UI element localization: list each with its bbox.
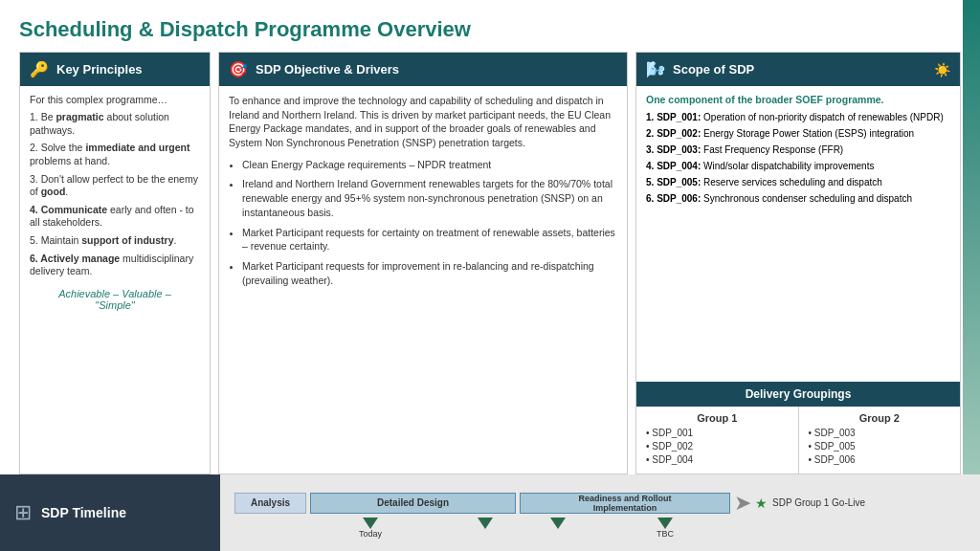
- list-item: 2. SDP_002: Energy Storage Power Station…: [646, 127, 950, 140]
- tbc-marker: TBC: [657, 518, 674, 539]
- timeline-arrow: ➤: [734, 491, 751, 516]
- sdp-objective-header: 🎯 SDP Objective & Drivers: [219, 53, 627, 86]
- key-principles-header: 🔑 Key Principles: [20, 53, 210, 86]
- delivery-groupings: Delivery Groupings Group 1 SDP_001 SDP_0…: [636, 382, 960, 474]
- grid-icon: ⊞: [14, 500, 32, 525]
- key-principles-tagline: Achievable – Valuable –"Simple": [30, 288, 200, 311]
- list-item: SDP_004: [646, 454, 789, 465]
- wind-icon: 🌬️: [646, 60, 665, 78]
- sdp-objective-panel: 🎯 SDP Objective & Drivers To enhance and…: [218, 52, 628, 474]
- list-item: 6. Actively manage multidisciplinary del…: [30, 253, 200, 278]
- group1-label: Group 1: [646, 412, 789, 424]
- group2-label: Group 2: [809, 412, 951, 424]
- scope-panel: 🌬️ Scope of SDP ☀️ One component of the …: [635, 52, 961, 474]
- list-item: 5. SDP_005: Reserve services scheduling …: [646, 176, 950, 188]
- scope-subtitle: One component of the broader SOEF progra…: [646, 94, 950, 105]
- delivery-group1: Group 1 SDP_001 SDP_002 SDP_004: [636, 407, 798, 474]
- analysis-bar: Analysis: [234, 493, 306, 514]
- sun-icon: ☀️: [934, 62, 950, 77]
- list-item: 3. Don't allow perfect to be the enemy o…: [30, 173, 200, 199]
- list-item: 5. Maintain support of industry.: [30, 234, 200, 248]
- delivery-group2: Group 2 SDP_003 SDP_005 SDP_006: [799, 407, 961, 474]
- readiness-bar: Readiness and Rollout Implementation: [520, 493, 730, 514]
- list-item: SDP_005: [809, 441, 951, 452]
- milestone-marker-1: [478, 518, 493, 529]
- list-item: 1. Be pragmatic about solution pathways.: [30, 111, 200, 137]
- page-title: Scheduling & Dispatch Programme Overview: [19, 17, 961, 42]
- go-live-label: ★ SDP Group 1 Go-Live: [755, 496, 865, 511]
- scope-list: 1. SDP_001: Operation of non-priority di…: [646, 111, 950, 205]
- timeline-title: SDP Timeline: [41, 505, 126, 520]
- list-item: 6. SDP_006: Synchronous condenser schedu…: [646, 192, 950, 205]
- list-item: 4. SDP_004: Wind/solar dispatchability i…: [646, 160, 950, 172]
- milestone-marker-2: [550, 518, 566, 529]
- target-icon: 🎯: [229, 60, 248, 78]
- scope-header: 🌬️ Scope of SDP ☀️: [636, 53, 960, 86]
- key-principles-body: For this complex programme… 1. Be pragma…: [20, 86, 210, 474]
- list-item: Clean Energy Package requirements – NPDR…: [242, 158, 617, 172]
- list-item: SDP_002: [646, 441, 789, 452]
- sdp-intro: To enhance and improve the technology an…: [229, 94, 617, 150]
- scope-body: One component of the broader SOEF progra…: [636, 86, 960, 382]
- key-icon: 🔑: [30, 60, 49, 78]
- list-item: 1. SDP_001: Operation of non-priority di…: [646, 111, 950, 123]
- list-item: Market Participant requests for improvem…: [242, 259, 617, 287]
- today-marker: Today: [359, 518, 382, 539]
- delivery-body: Group 1 SDP_001 SDP_002 SDP_004 Group 2 …: [636, 407, 960, 474]
- list-item: SDP_006: [809, 454, 951, 465]
- list-item: 4. Communicate early and often - to all …: [30, 204, 200, 230]
- list-item: SDP_001: [646, 428, 789, 438]
- sdp-bullets: Clean Energy Package requirements – NPDR…: [229, 158, 617, 288]
- key-principles-intro: For this complex programme…: [30, 94, 200, 105]
- list-item: 2. Solve the immediate and urgent proble…: [30, 142, 200, 167]
- delivery-header: Delivery Groupings: [636, 382, 960, 407]
- detailed-design-bar: Detailed Design: [310, 493, 516, 514]
- list-item: Ireland and Northern Ireland Government …: [242, 177, 617, 219]
- timeline-chart: Analysis Detailed Design Readiness and R…: [220, 474, 980, 551]
- sdp-objective-body: To enhance and improve the technology an…: [219, 86, 627, 474]
- key-principles-panel: 🔑 Key Principles For this complex progra…: [19, 52, 211, 474]
- star-icon: ★: [755, 496, 768, 511]
- list-item: Market Participant requests for certaint…: [242, 226, 617, 253]
- timeline-section: ⊞ SDP Timeline Analysis Detailed Design …: [0, 474, 980, 551]
- timeline-label: ⊞ SDP Timeline: [0, 474, 220, 551]
- list-item: 3. SDP_003: Fast Frequency Response (FFR…: [646, 143, 950, 156]
- list-item: SDP_003: [809, 428, 951, 438]
